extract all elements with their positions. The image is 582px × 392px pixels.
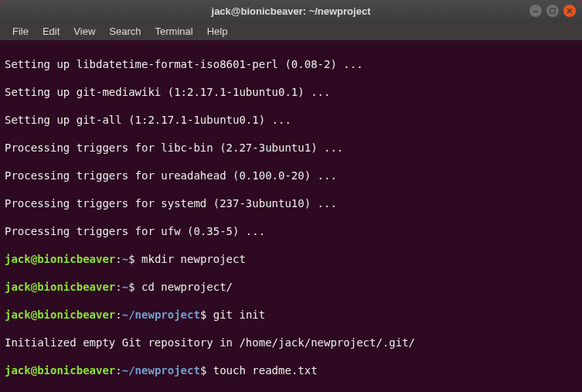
- prompt-colon: :: [115, 281, 121, 293]
- titlebar: jack@bionicbeaver: ~/newproject: [0, 0, 582, 22]
- prompt-user: jack@bionicbeaver: [5, 253, 115, 265]
- prompt-path: ~/newproject: [122, 364, 200, 377]
- prompt-path: ~/newproject: [122, 308, 200, 321]
- prompt-line: jack@bionicbeaver:~/newproject$ touch re…: [5, 363, 577, 377]
- terminal-body[interactable]: Setting up libdatetime-format-iso8601-pe…: [0, 40, 582, 392]
- menu-edit[interactable]: Edit: [36, 24, 66, 39]
- command-text: touch readme.txt: [213, 364, 318, 377]
- output-line: Initialized empty Git repository in /hom…: [5, 336, 577, 349]
- menu-terminal[interactable]: Terminal: [149, 24, 199, 39]
- output-line: Processing triggers for systemd (237-3ub…: [5, 196, 577, 210]
- prompt-colon: :: [115, 253, 121, 265]
- prompt-dollar: $: [200, 308, 213, 321]
- prompt-user: jack@bionicbeaver: [5, 308, 115, 321]
- command-text: mkdir newproject: [141, 253, 246, 265]
- maximize-button[interactable]: [546, 5, 559, 17]
- output-line: Setting up libdatetime-format-iso8601-pe…: [5, 57, 577, 71]
- terminal-window: jack@bionicbeaver: ~/newproject File Edi…: [0, 0, 582, 392]
- prompt-dollar: $: [128, 281, 141, 293]
- menu-view[interactable]: View: [67, 24, 101, 39]
- command-text: cd newproject/: [141, 281, 233, 293]
- menu-file[interactable]: File: [6, 24, 35, 39]
- prompt-colon: :: [115, 364, 121, 377]
- minimize-button[interactable]: [529, 5, 542, 17]
- prompt-dollar: $: [200, 364, 213, 377]
- output-line: Processing triggers for libc-bin (2.27-3…: [5, 141, 577, 155]
- output-line: Setting up git-all (1:2.17.1-1ubuntu0.1)…: [5, 113, 577, 127]
- menu-search[interactable]: Search: [103, 24, 147, 39]
- output-line: Processing triggers for ufw (0.35-5) ...: [5, 224, 577, 238]
- prompt-user: jack@bionicbeaver: [5, 364, 115, 377]
- prompt-user: jack@bionicbeaver: [5, 281, 115, 293]
- prompt-path: ~: [122, 281, 128, 293]
- prompt-line: jack@bionicbeaver:~/newproject$ git init: [5, 308, 577, 322]
- svg-rect-1: [550, 9, 555, 13]
- output-line: Setting up git-mediawiki (1:2.17.1-1ubun…: [5, 85, 577, 99]
- menubar: File Edit View Search Terminal Help: [0, 22, 582, 40]
- window-controls: [529, 5, 576, 17]
- prompt-line: jack@bionicbeaver:~$ cd newproject/: [5, 280, 577, 294]
- menu-help[interactable]: Help: [201, 24, 234, 39]
- prompt-line: jack@bionicbeaver:~$ mkdir newproject: [5, 252, 577, 266]
- output-line: Processing triggers for ureadahead (0.10…: [5, 169, 577, 182]
- prompt-dollar: $: [128, 253, 141, 265]
- prompt-colon: :: [115, 308, 121, 321]
- command-text: git init: [213, 308, 265, 321]
- close-button[interactable]: [563, 5, 576, 17]
- window-title: jack@bionicbeaver: ~/newproject: [212, 5, 371, 17]
- prompt-path: ~: [122, 253, 128, 265]
